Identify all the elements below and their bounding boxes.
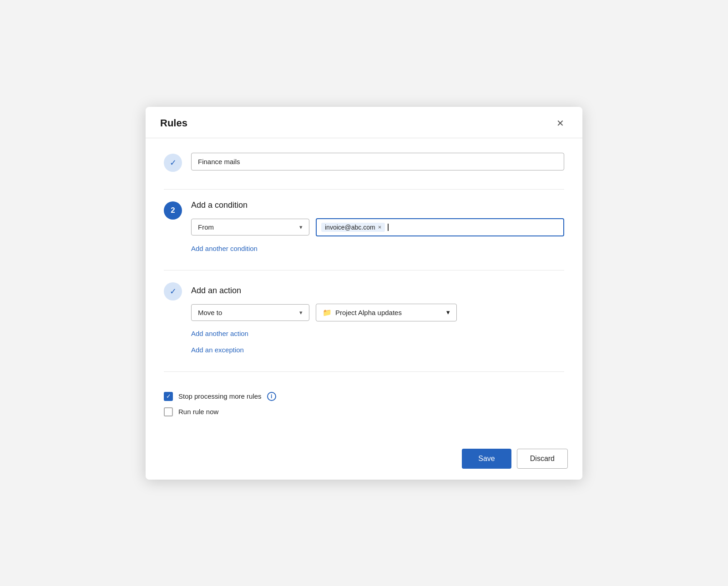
step1-content <box>191 153 564 170</box>
step1-check-icon: ✓ <box>170 158 177 168</box>
divider3 <box>164 371 564 372</box>
add-action-label: Add an action <box>191 286 564 296</box>
action-type-value: Move to <box>198 309 222 316</box>
step2-number: 2 <box>171 206 175 215</box>
step2-content: Add a condition From ▾ invoice@abc.com × <box>191 200 564 253</box>
add-condition-label: Add a condition <box>191 200 564 210</box>
email-tag: invoice@abc.com × <box>321 223 385 232</box>
text-cursor <box>388 224 389 231</box>
checkbox-section: ✓ Stop processing more rules i Run rule … <box>164 392 564 416</box>
stop-processing-checkbox[interactable]: ✓ <box>164 392 173 401</box>
folder-dropdown[interactable]: 📁 Project Alpha updates ▾ <box>316 304 457 321</box>
run-rule-row: Run rule now <box>164 407 564 416</box>
stop-processing-info-icon[interactable]: i <box>267 392 276 401</box>
add-exception-button[interactable]: Add an exception <box>191 346 244 354</box>
dialog-footer: Save Discard <box>146 441 582 480</box>
step1-row: ✓ <box>164 153 564 172</box>
run-rule-label: Run rule now <box>178 408 218 416</box>
action-type-dropdown[interactable]: Move to ▾ <box>191 304 309 321</box>
step3-row: ✓ Add an action Move to ▾ 📁 Project Alph… <box>164 281 564 354</box>
condition-row: From ▾ invoice@abc.com × <box>191 218 564 236</box>
action-row: Move to ▾ 📁 Project Alpha updates ▾ <box>191 304 564 321</box>
folder-icon: 📁 <box>323 308 332 317</box>
stop-processing-check: ✓ <box>166 393 171 400</box>
step3-circle: ✓ <box>164 282 182 301</box>
step1-circle: ✓ <box>164 154 182 172</box>
action-type-chevron: ▾ <box>299 309 303 316</box>
dialog-title: Rules <box>160 117 187 129</box>
divider1 <box>164 189 564 190</box>
dialog-body: ✓ 2 Add a condition From ▾ <box>146 138 582 441</box>
folder-name: Project Alpha updates <box>335 309 402 316</box>
stop-processing-row: ✓ Stop processing more rules i <box>164 392 564 401</box>
condition-type-dropdown[interactable]: From ▾ <box>191 219 309 235</box>
run-rule-checkbox[interactable] <box>164 407 173 416</box>
close-button[interactable]: ✕ <box>553 117 568 130</box>
add-another-condition-button[interactable]: Add another condition <box>191 245 258 252</box>
folder-chevron: ▾ <box>446 308 450 316</box>
divider2 <box>164 270 564 270</box>
step3-content: Add an action Move to ▾ 📁 Project Alpha … <box>191 286 564 354</box>
stop-processing-label: Stop processing more rules <box>178 392 262 400</box>
discard-button[interactable]: Discard <box>517 449 568 469</box>
step2-row: 2 Add a condition From ▾ invoice@abc.com… <box>164 200 564 253</box>
condition-type-chevron: ▾ <box>299 224 303 230</box>
condition-type-value: From <box>198 223 214 231</box>
rules-dialog: Rules ✕ ✓ 2 Add a condition From <box>146 107 582 480</box>
save-button[interactable]: Save <box>462 449 511 469</box>
step2-circle: 2 <box>164 201 182 220</box>
dialog-header: Rules ✕ <box>146 107 582 138</box>
email-tag-remove[interactable]: × <box>378 224 382 230</box>
folder-left: 📁 Project Alpha updates <box>323 308 402 317</box>
step3-check-icon: ✓ <box>170 286 177 296</box>
email-tag-value: invoice@abc.com <box>325 224 375 231</box>
rule-name-input[interactable] <box>191 153 564 170</box>
condition-value-input[interactable]: invoice@abc.com × <box>316 218 564 236</box>
add-another-action-button[interactable]: Add another action <box>191 330 248 337</box>
